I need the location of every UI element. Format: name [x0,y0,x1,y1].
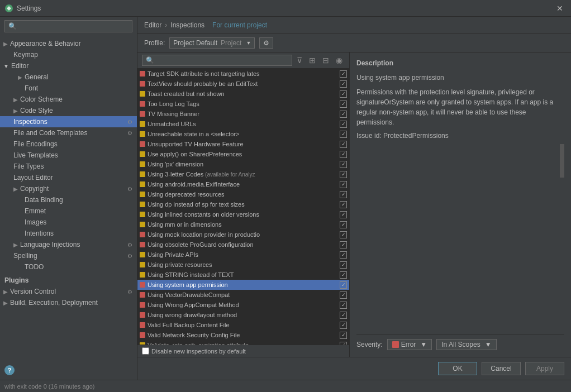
sidebar-item-fileencodings[interactable]: File Encodings [0,138,137,150]
inspection-row[interactable]: Using Private APIs [137,250,349,260]
breadcrumb-project-link[interactable]: For current project [212,21,267,29]
sidebar-item-general[interactable]: ▶ General [0,71,137,83]
gear-icon: ⚙ [127,130,132,136]
sidebar-item-spelling[interactable]: Spelling ⚙ [0,250,137,261]
scope-dropdown[interactable]: In All Scopes ▼ [436,339,496,350]
sidebar-item-intentions[interactable]: Intentions [0,228,137,239]
inspection-row[interactable]: Using deprecated resources [137,189,349,199]
collapse-all-button[interactable]: ⊟ [320,55,331,66]
profile-dropdown[interactable]: Project Default Project ▼ [169,37,255,49]
inspection-checkbox[interactable] [340,121,347,128]
inspection-checkbox[interactable] [340,261,347,269]
sidebar-item-editor[interactable]: ▼ Editor [0,60,137,71]
sidebar-item-buildexecution[interactable]: ▶ Build, Execution, Deployment [0,297,137,308]
inspection-checkbox[interactable] [340,161,347,168]
expand-all-button[interactable]: ⊞ [307,55,318,66]
inspection-checkbox[interactable] [340,191,347,198]
inspection-row[interactable]: Unsupported TV Hardware Feature [137,139,349,149]
inspection-checkbox[interactable] [340,302,347,309]
sidebar-search-input[interactable] [4,20,132,32]
inspection-row[interactable]: Using obsolete ProGuard configuration [137,240,349,250]
sidebar-item-languageinjections[interactable]: ▶ Language Injections ⚙ [0,239,137,250]
sidebar-item-colorscheme[interactable]: ▶ Color Scheme [0,94,137,105]
sidebar-item-keymap[interactable]: Keymap [0,49,137,60]
sidebar-item-filetypes[interactable]: File Types [0,161,137,172]
cancel-button[interactable]: Cancel [482,362,521,375]
inspection-row[interactable]: Target SDK attribute is not targeting la… [137,69,349,79]
inspection-checkbox[interactable] [340,281,347,289]
inspection-checkbox[interactable] [340,171,347,178]
inspection-row[interactable]: TV Missing Banner [137,109,349,119]
inspection-checkbox[interactable] [340,90,347,98]
sidebar-item-filecodetemplates[interactable]: File and Code Templates ⚙ [0,127,137,138]
inspection-row[interactable]: Using mm or in dimensions [137,219,349,230]
inspection-checkbox[interactable] [340,70,347,78]
severity-dot [140,101,145,107]
inspection-checkbox[interactable] [340,101,347,108]
sidebar-item-emmet[interactable]: Emmet [0,205,137,217]
inspection-checkbox[interactable] [340,151,347,158]
highlight-button[interactable]: ◉ [334,55,345,66]
inspection-checkbox[interactable] [340,131,347,138]
inspection-row[interactable]: Unmatched URLs [137,119,349,129]
inspection-row[interactable]: Valid Network Security Config File [137,330,349,340]
inspection-row[interactable]: Validate <pin-set> expiration attribute [137,340,349,345]
inspection-row[interactable]: Toast created but not shown [137,89,349,99]
inspection-row[interactable]: Using android.media.ExifInterface [137,179,349,189]
inspection-row[interactable]: Using 'px' dimension [137,159,349,169]
inspection-row[interactable]: Using STRING instead of TEXT [137,270,349,280]
filter-button[interactable]: ⊽ [294,55,304,66]
inspection-checkbox[interactable] [340,241,347,248]
inspection-row[interactable]: Too Long Log Tags [137,99,349,109]
inspection-checkbox[interactable] [340,312,347,319]
close-button[interactable]: ✕ [553,3,567,14]
inspection-row[interactable]: Using system app permission [137,280,349,290]
help-button[interactable]: ? [4,365,15,375]
sidebar-item-images[interactable]: Images [0,217,137,228]
inspection-row[interactable]: TextView should probably be an EditText [137,79,349,89]
inspections-search-input[interactable] [142,55,292,66]
inspection-checkbox[interactable] [340,181,347,188]
apply-button[interactable]: Apply [525,362,564,375]
inspection-checkbox[interactable] [340,80,347,88]
sidebar-item-copyright[interactable]: ▶ Copyright ⚙ [0,183,137,194]
sidebar-item-plugins[interactable]: Plugins [0,275,137,286]
sidebar-item-font[interactable]: Font [0,83,137,94]
scroll-thumb[interactable] [560,144,564,178]
disable-checkbox[interactable] [142,347,149,355]
inspection-row[interactable]: Using mock location provider in producti… [137,230,349,240]
inspection-checkbox[interactable] [340,271,347,279]
sidebar-item-databinding[interactable]: Data Binding [0,194,137,205]
inspection-row[interactable]: Using 3-letter Codes (available for Anal… [137,169,349,179]
sidebar-item-versioncontrol[interactable]: ▶ Version Control ⚙ [0,286,137,297]
inspection-checkbox[interactable] [340,251,347,259]
inspection-row[interactable]: Use apply() on SharedPreferences [137,149,349,159]
inspection-checkbox[interactable] [340,211,347,218]
profile-gear-button[interactable]: ⚙ [259,37,273,49]
inspection-checkbox[interactable] [340,332,347,339]
inspection-checkbox[interactable] [340,201,347,208]
inspection-row[interactable]: Using private resources [137,260,349,270]
sidebar-item-codestyle[interactable]: ▶ Code Style [0,105,137,116]
sidebar-item-inspections[interactable]: Inspections ⚙ [0,116,137,127]
sidebar-item-appearance[interactable]: ▶ Appearance & Behavior [0,38,137,49]
inspection-row[interactable]: Using Wrong AppCompat Method [137,300,349,310]
inspection-row[interactable]: Using VectorDrawableCompat [137,290,349,300]
sidebar-item-todo[interactable]: TODO [0,261,137,273]
sidebar-item-livetemplates[interactable]: Live Templates [0,150,137,161]
sidebar-item-layouteditor[interactable]: Layout Editor [0,172,137,183]
severity-dropdown[interactable]: Error ▼ [387,339,432,350]
breadcrumb-editor[interactable]: Editor [144,21,161,29]
inspection-row[interactable]: Using wrong draw/layout method [137,310,349,320]
inspection-row[interactable]: Using inlined constants on older version… [137,209,349,219]
inspection-checkbox[interactable] [340,111,347,118]
ok-button[interactable]: OK [438,362,477,375]
inspection-checkbox[interactable] [340,322,347,329]
inspection-row[interactable]: Using dp instead of sp for text sizes [137,199,349,209]
inspection-checkbox[interactable] [340,291,347,299]
inspection-checkbox[interactable] [340,141,347,148]
inspection-checkbox[interactable] [340,221,347,228]
inspection-row[interactable]: Unreachable state in a <selector> [137,129,349,139]
inspection-row[interactable]: Valid Full Backup Content File [137,320,349,330]
inspection-checkbox[interactable] [340,231,347,238]
